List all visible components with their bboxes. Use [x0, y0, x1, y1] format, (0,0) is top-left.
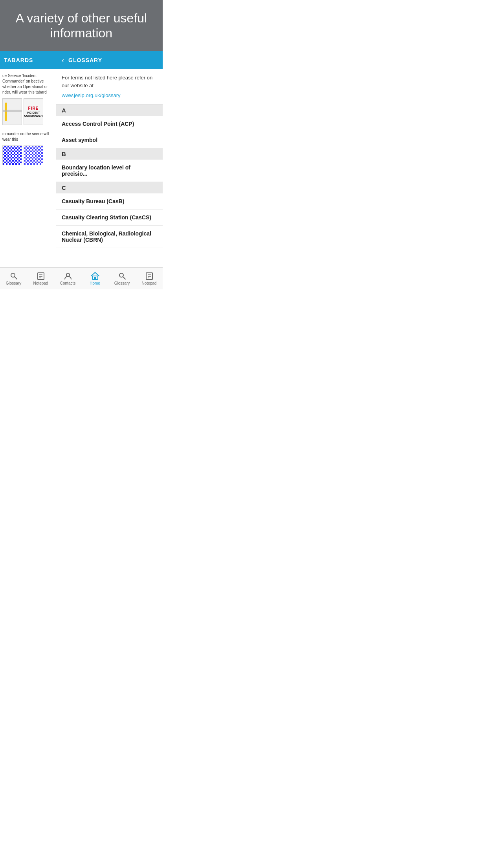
tabard-image-right: FIRE INCIDENTCOMMANDER: [24, 98, 43, 125]
notepad-icon: [37, 272, 45, 280]
nav-label-glossary-right: Glossary: [114, 281, 130, 285]
glossary-intro-text: For terms not listed here please refer o…: [62, 75, 152, 88]
glossary-item-boundary[interactable]: Boundary location level of precisio...: [56, 160, 163, 182]
right-panel-glossary: ‹ GLOSSARY For terms not listed here ple…: [56, 51, 163, 267]
glossary-header: ‹ GLOSSARY: [56, 51, 163, 69]
svg-rect-8: [94, 277, 96, 280]
glossary-item-casualty-clearing[interactable]: Casualty Clearing Station (CasCS): [56, 210, 163, 226]
back-button[interactable]: ‹: [62, 56, 64, 64]
nav-item-home[interactable]: Home: [81, 268, 108, 289]
svg-point-6: [66, 273, 70, 276]
glossary-title: GLOSSARY: [68, 57, 102, 63]
tabards-content: ue Service 'Incident Commander' on becti…: [0, 69, 56, 267]
bottom-navigation: Glossary Notepad Contacts: [0, 267, 163, 289]
glossary-intro: For terms not listed here please refer o…: [56, 69, 163, 105]
tabards-bottom-images: [2, 145, 53, 165]
glossary-content[interactable]: For terms not listed here please refer o…: [56, 69, 163, 267]
nav-item-notepad-right[interactable]: Notepad: [136, 268, 163, 289]
tabards-header: TABARDS: [0, 51, 56, 69]
search-icon: [9, 272, 18, 280]
left-panel-tabards: TABARDS ue Service 'Incident Commander' …: [0, 51, 56, 267]
contacts-icon: [64, 272, 72, 280]
search-icon-2: [118, 272, 127, 280]
tabard-image-left: [2, 98, 22, 125]
panels-container: TABARDS ue Service 'Incident Commander' …: [0, 51, 163, 267]
section-header-b: B: [56, 148, 163, 160]
nav-label-notepad-left: Notepad: [33, 281, 48, 285]
notepad-icon-2: [145, 272, 154, 280]
tabards-images: FIRE INCIDENTCOMMANDER: [2, 98, 53, 125]
svg-line-10: [123, 277, 125, 279]
nav-item-notepad-left[interactable]: Notepad: [27, 268, 54, 289]
home-icon: [91, 272, 99, 280]
glossary-item-acp[interactable]: Access Control Point (ACP): [56, 116, 163, 132]
section-header-a: A: [56, 105, 163, 116]
nav-label-home: Home: [90, 281, 100, 285]
hero-title: A variety of other useful information: [6, 11, 156, 41]
glossary-item-casualty-bureau[interactable]: Casualty Bureau (CasB): [56, 193, 163, 210]
nav-item-glossary-left[interactable]: Glossary: [0, 268, 27, 289]
glossary-item-cbrn[interactable]: Chemical, Biological, Radiological Nucle…: [56, 226, 163, 248]
nav-item-glossary-right[interactable]: Glossary: [108, 268, 136, 289]
police-image-2: [24, 145, 43, 165]
tabards-title: TABARDS: [4, 57, 33, 63]
section-header-c: C: [56, 182, 163, 193]
hero-section: A variety of other useful information: [0, 0, 163, 51]
tabards-bottom-text: mmander on the scene will wear this: [2, 131, 53, 142]
tabards-body-text: ue Service 'Incident Commander' on becti…: [2, 73, 53, 95]
svg-line-1: [15, 277, 17, 279]
police-image-1: [2, 145, 22, 165]
nav-label-glossary-left: Glossary: [6, 281, 21, 285]
nav-item-contacts[interactable]: Contacts: [54, 268, 81, 289]
glossary-item-asset-symbol[interactable]: Asset symbol: [56, 132, 163, 148]
nav-label-notepad-right: Notepad: [142, 281, 157, 285]
nav-label-contacts: Contacts: [60, 281, 75, 285]
glossary-link[interactable]: www.jesip.org.uk/glossary: [62, 92, 157, 99]
